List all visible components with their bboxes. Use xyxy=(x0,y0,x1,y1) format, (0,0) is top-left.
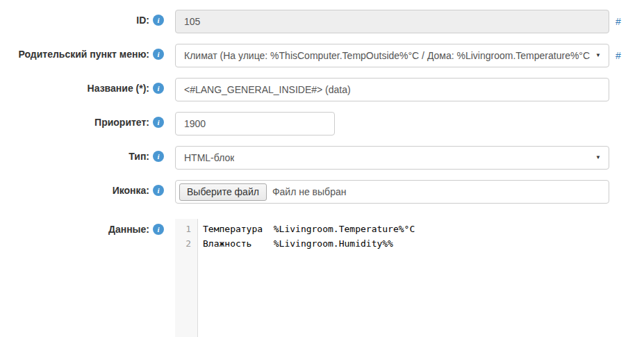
control-col-priority xyxy=(175,112,609,135)
type-select[interactable]: HTML-блок ▼ xyxy=(175,146,609,170)
anchor-link-id[interactable]: # xyxy=(616,10,621,27)
label-col-type: Тип: i xyxy=(0,146,164,162)
control-col-title xyxy=(175,78,609,101)
label-col-title: Название (*): i xyxy=(0,78,164,94)
field-label-parent-menu: Родительский пункт меню: xyxy=(18,49,149,60)
control-col-data: 1 2 Температура %Livingroom.Temperature%… xyxy=(175,219,609,337)
chevron-down-icon: ▼ xyxy=(595,155,601,161)
type-selected-option: HTML-блок xyxy=(184,152,234,163)
info-icon[interactable]: i xyxy=(153,224,164,235)
control-col-icon: Выберите файл Файл не выбран xyxy=(175,180,609,204)
anchor-link-parent-menu[interactable]: # xyxy=(616,44,621,61)
menu-item-edit-form: ID: i # Родительский пункт меню: i Клима… xyxy=(0,0,644,337)
field-label-icon: Иконка: xyxy=(113,185,149,196)
id-input xyxy=(175,10,609,33)
control-col-type: HTML-блок ▼ xyxy=(175,146,609,170)
chevron-down-icon: ▼ xyxy=(595,53,601,58)
icon-file-input[interactable]: Выберите файл Файл не выбран xyxy=(175,180,609,204)
info-icon[interactable]: i xyxy=(153,185,164,196)
form-row-priority: Приоритет: i xyxy=(0,112,644,135)
code-line: Температура %Livingroom.Temperature%°C xyxy=(203,222,611,236)
line-number: 2 xyxy=(175,236,191,251)
field-label-data: Данные: xyxy=(108,224,149,235)
label-col-id: ID: i xyxy=(0,10,164,26)
label-col-icon: Иконка: i xyxy=(0,180,164,196)
form-row-id: ID: i # xyxy=(0,10,644,33)
info-icon[interactable]: i xyxy=(153,117,164,128)
form-row-data: Данные: i 1 2 Температура %Livingroom.Te… xyxy=(0,219,644,337)
priority-input[interactable] xyxy=(175,112,335,135)
info-icon[interactable]: i xyxy=(153,83,164,94)
form-row-title: Название (*): i xyxy=(0,78,644,101)
info-icon[interactable]: i xyxy=(153,49,164,60)
code-line: Влажность %Livingroom.Humidity%% xyxy=(203,236,611,251)
editor-code-area[interactable]: Температура %Livingroom.Temperature%°C В… xyxy=(198,219,611,337)
info-icon[interactable]: i xyxy=(153,15,164,26)
control-col-id xyxy=(175,10,609,33)
field-label-type: Тип: xyxy=(129,151,149,162)
info-icon[interactable]: i xyxy=(153,151,164,162)
label-col-data: Данные: i xyxy=(0,219,164,235)
form-row-type: Тип: i HTML-блок ▼ xyxy=(0,146,644,170)
form-row-icon: Иконка: i Выберите файл Файл не выбран xyxy=(0,180,644,204)
file-status-text: Файл не выбран xyxy=(272,186,347,197)
field-label-id: ID: xyxy=(136,15,149,26)
field-label-priority: Приоритет: xyxy=(94,117,149,128)
parent-menu-select[interactable]: Климат (На улице: %ThisComputer.TempOuts… xyxy=(175,44,609,67)
editor-line-number-gutter: 1 2 xyxy=(175,219,198,337)
form-row-parent-menu: Родительский пункт меню: i Климат (На ул… xyxy=(0,44,644,67)
field-label-title: Название (*): xyxy=(88,83,149,94)
line-number: 1 xyxy=(175,222,191,236)
control-col-parent-menu: Климат (На улице: %ThisComputer.TempOuts… xyxy=(175,44,609,67)
label-col-parent-menu: Родительский пункт меню: i xyxy=(0,44,164,60)
title-input[interactable] xyxy=(175,78,609,101)
data-code-editor[interactable]: 1 2 Температура %Livingroom.Temperature%… xyxy=(175,219,611,337)
label-col-priority: Приоритет: i xyxy=(0,112,164,128)
choose-file-button[interactable]: Выберите файл xyxy=(179,183,267,201)
parent-menu-selected-option: Климат (На улице: %ThisComputer.TempOuts… xyxy=(184,50,590,61)
